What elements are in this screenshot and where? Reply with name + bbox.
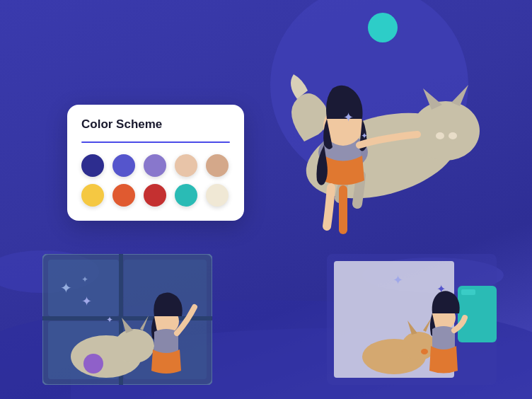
- sparkle-2: ✦: [361, 131, 368, 141]
- card-title: Color Scheme: [81, 117, 230, 132]
- color-dot-peach[interactable]: [206, 154, 229, 177]
- sparkle-1: ✦: [343, 110, 354, 125]
- svg-marker-3: [451, 85, 468, 106]
- color-dot-medium-blue[interactable]: [112, 154, 135, 177]
- color-dot-light-peach[interactable]: [175, 154, 197, 177]
- color-dot-cream[interactable]: [206, 184, 229, 207]
- svg-point-5: [449, 132, 457, 139]
- svg-point-18: [115, 329, 154, 363]
- sparkle-5: ✦: [393, 272, 403, 288]
- bottom-right-scene: ✦: [327, 254, 497, 385]
- sparkle-3: ✦: [81, 294, 92, 309]
- svg-text:✦: ✦: [81, 274, 88, 284]
- color-dot-dark-red[interactable]: [144, 184, 166, 207]
- bottom-left-scene: ✦ ✦: [42, 254, 212, 385]
- svg-point-32: [421, 349, 428, 354]
- svg-point-21: [83, 354, 103, 374]
- svg-point-4: [436, 132, 444, 139]
- card-divider: [81, 141, 230, 143]
- color-dot-red-orange[interactable]: [112, 184, 135, 207]
- svg-text:✦: ✦: [60, 280, 72, 296]
- sparkle-4: ✦: [106, 315, 113, 325]
- svg-point-1: [412, 101, 480, 161]
- main-scene: Color Scheme ✦ ✦: [0, 0, 532, 399]
- color-dot-dark-blue[interactable]: [81, 154, 104, 177]
- color-dot-teal[interactable]: [175, 184, 197, 207]
- color-scheme-card: Color Scheme: [67, 105, 244, 221]
- color-dot-purple[interactable]: [144, 154, 166, 177]
- color-grid: [81, 154, 230, 207]
- svg-rect-26: [461, 289, 475, 295]
- color-dot-yellow[interactable]: [81, 184, 104, 207]
